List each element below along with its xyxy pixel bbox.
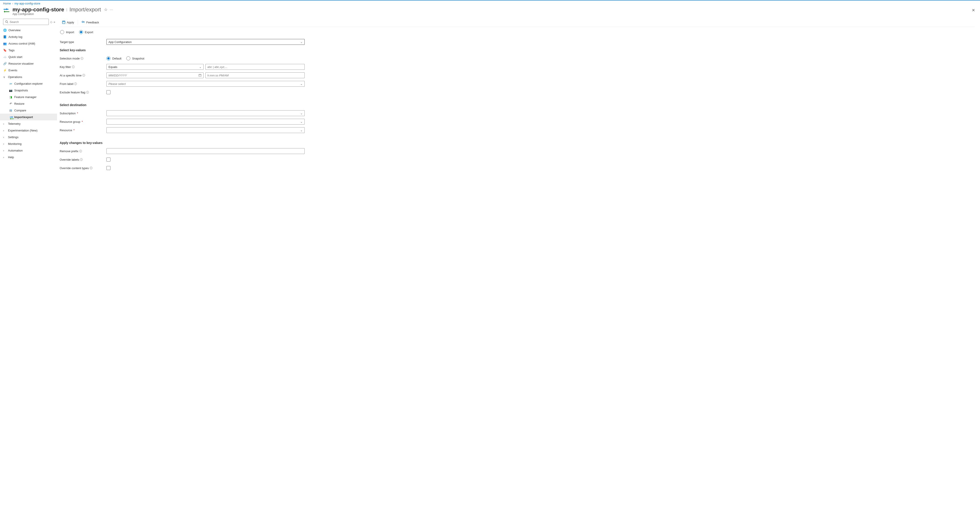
info-icon[interactable]: i <box>86 91 89 94</box>
sidebar-item-import-export[interactable]: Import/export <box>0 114 57 120</box>
from-label-dropdown[interactable]: Please select ⌄ <box>107 81 305 87</box>
calendar-icon[interactable] <box>199 74 202 77</box>
subscription-dropdown[interactable]: ⌄ <box>107 110 305 116</box>
dropdown-value: App Configuration <box>108 40 132 44</box>
sidebar-item-restore[interactable]: ↶Restore <box>0 100 57 107</box>
sidebar-item-label: Quick start <box>8 55 22 59</box>
key-filter-dropdown[interactable]: Equals ⌄ <box>107 64 204 70</box>
radio-label-text: Export <box>85 30 93 34</box>
sidebar-item-feature-manager[interactable]: ◨Feature manager <box>0 94 57 100</box>
info-icon[interactable]: i <box>79 150 82 152</box>
sidebar-item-label: Snapshots <box>14 89 28 92</box>
override-content-types-checkbox[interactable] <box>107 166 110 170</box>
sidebar-item-tags[interactable]: 🔖Tags <box>0 47 57 54</box>
bolt-icon: ⚡ <box>3 69 7 72</box>
radio-label-text: Snapshot <box>132 57 144 60</box>
save-icon <box>62 21 65 24</box>
exclude-feature-flag-label: Exclude feature flag i <box>60 91 107 94</box>
date-input[interactable]: MM/DD/YYYY <box>107 72 204 78</box>
time-input[interactable]: h:mm:ss PM/AM <box>205 72 305 78</box>
info-icon[interactable]: i <box>90 167 92 169</box>
breadcrumb-resource[interactable]: my-app-config-store <box>14 2 40 5</box>
cloud-icon: ☁️ <box>3 55 7 59</box>
page-subtitle: App Configuration <box>13 13 967 16</box>
apply-changes-heading: Apply changes to key-values <box>60 141 305 145</box>
favorite-star-icon[interactable]: ☆ <box>104 7 108 12</box>
input-placeholder: abc | abc,xyz,... <box>207 65 228 69</box>
sidebar-item-label: Activity log <box>8 35 22 38</box>
search-placeholder: Search <box>10 20 19 24</box>
info-icon[interactable]: i <box>81 57 83 60</box>
resource-group-label: Resource group* <box>60 120 107 123</box>
radio-label-text: Import <box>66 30 74 34</box>
chevron-down-icon: ⌄ <box>300 120 303 123</box>
input-placeholder: MM/DD/YYYY <box>108 74 127 77</box>
target-type-dropdown[interactable]: App Configuration ⌄ <box>107 39 305 45</box>
sidebar-item-label: Events <box>8 69 18 72</box>
chevron-down-icon: ⌄ <box>199 65 202 69</box>
selection-mode-snapshot-radio[interactable]: Snapshot <box>126 56 144 61</box>
resource-group-dropdown[interactable]: ⌄ <box>107 119 305 124</box>
exclude-feature-flag-checkbox[interactable] <box>107 90 110 94</box>
radio-icon <box>107 56 110 61</box>
remove-prefix-label: Remove prefix i <box>60 150 107 153</box>
sidebar-item-label: Compare <box>14 109 26 112</box>
selection-mode-default-radio[interactable]: Default <box>107 56 121 61</box>
chevron-right-icon: › <box>3 149 6 152</box>
undo-icon: ↶ <box>9 102 13 105</box>
key-filter-text-input[interactable]: abc | abc,xyz,... <box>205 64 305 70</box>
radio-icon <box>60 30 64 34</box>
close-blade-button[interactable]: ✕ <box>970 6 977 14</box>
sidebar-group-help[interactable]: ›Help <box>0 154 57 161</box>
sidebar-group-monitoring[interactable]: ›Monitoring <box>0 140 57 147</box>
chevron-right-icon: › <box>3 156 6 159</box>
sidebar-item-label: Import/export <box>14 115 33 119</box>
sidebar-item-overview[interactable]: 🌐Overview <box>0 27 57 33</box>
main-content: Apply Feedback Import Export <box>57 18 980 523</box>
info-icon[interactable]: i <box>80 158 83 161</box>
chevron-down-icon: ⌄ <box>300 40 303 44</box>
log-icon: 📘 <box>3 35 7 38</box>
sidebar-group-automation[interactable]: ›Automation <box>0 147 57 154</box>
info-icon[interactable]: i <box>74 83 77 85</box>
more-menu-icon[interactable]: ··· <box>110 8 113 11</box>
tag-icon: 🔖 <box>3 48 7 52</box>
chevron-right-icon: › <box>3 136 6 139</box>
info-icon[interactable]: i <box>83 74 85 77</box>
list-icon: ≔ <box>9 82 13 85</box>
sidebar-group-operations[interactable]: ∨Operations <box>0 73 57 80</box>
override-labels-label: Override labels i <box>60 158 107 161</box>
breadcrumb-home[interactable]: Home <box>3 2 11 5</box>
resource-dropdown[interactable]: ⌄ <box>107 127 305 133</box>
export-radio[interactable]: Export <box>79 30 93 34</box>
title-divider: | <box>66 8 67 11</box>
sidebar-item-events[interactable]: ⚡Events <box>0 67 57 73</box>
override-labels-checkbox[interactable] <box>107 158 110 161</box>
apply-button[interactable]: Apply <box>60 20 76 25</box>
sidebar-group-experimentation[interactable]: ›Experimentation (New) <box>0 127 57 134</box>
sidebar-item-snapshots[interactable]: 📷Snapshots <box>0 87 57 94</box>
subscription-label: Subscription* <box>60 112 107 115</box>
sidebar-item-configuration-explorer[interactable]: ≔Configuration explorer <box>0 80 57 87</box>
expand-icon[interactable]: ◇ <box>50 20 52 24</box>
remove-prefix-input[interactable] <box>107 148 305 154</box>
search-input[interactable]: Search <box>3 19 49 25</box>
sidebar-item-access-control[interactable]: 👥Access control (IAM) <box>0 40 57 47</box>
sidebar-group-settings[interactable]: ›Settings <box>0 134 57 140</box>
sidebar-item-compare[interactable]: ▤Compare <box>0 107 57 114</box>
sidebar-item-activity-log[interactable]: 📘Activity log <box>0 33 57 40</box>
chevron-down-icon: ⌄ <box>300 129 303 132</box>
sidebar-item-label: Tags <box>8 49 14 52</box>
collapse-sidebar-icon[interactable]: « <box>54 20 55 24</box>
page-header: my-app-config-store | Import/export ☆ ··… <box>0 6 980 18</box>
sidebar: Search ◇ « 🌐Overview 📘Activity log 👥Acce… <box>0 18 57 523</box>
resource-label: Resource* <box>60 129 107 132</box>
import-radio[interactable]: Import <box>60 30 74 34</box>
sidebar-group-telemetry[interactable]: ›Telemetry <box>0 120 57 127</box>
sidebar-item-quick-start[interactable]: ☁️Quick start <box>0 54 57 60</box>
chevron-down-icon: ⌄ <box>300 112 303 115</box>
sidebar-item-resource-visualizer[interactable]: 🔗Resource visualizer <box>0 60 57 67</box>
info-icon[interactable]: i <box>72 65 75 68</box>
mode-radio-group: Import Export <box>60 30 975 34</box>
feedback-button[interactable]: Feedback <box>79 20 101 25</box>
